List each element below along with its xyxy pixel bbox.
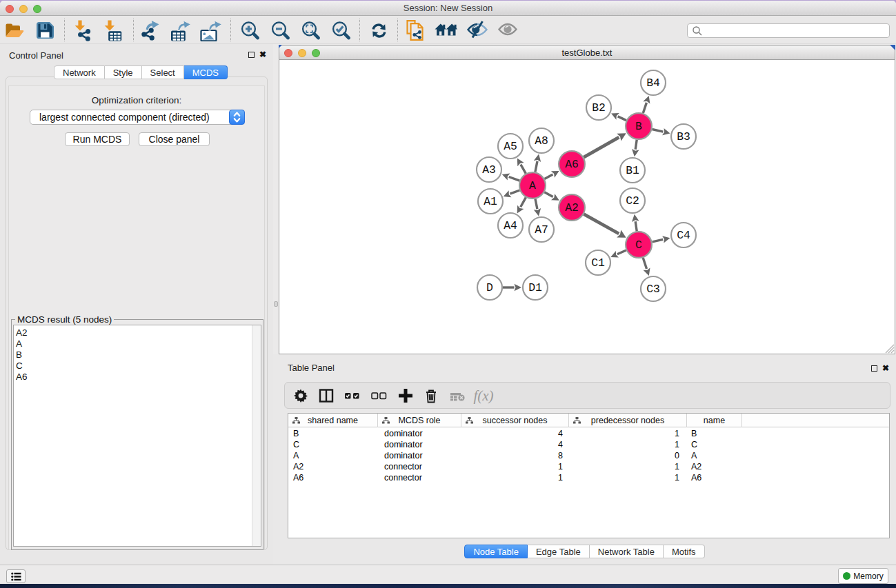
svg-text:B3: B3 bbox=[677, 130, 690, 143]
svg-text:B1: B1 bbox=[626, 164, 639, 177]
svg-text:A7: A7 bbox=[535, 223, 548, 236]
svg-text:C3: C3 bbox=[646, 283, 660, 296]
svg-text:C1: C1 bbox=[591, 256, 605, 270]
svg-text:A5: A5 bbox=[504, 140, 517, 153]
svg-text:A2: A2 bbox=[565, 201, 579, 214]
svg-text:A: A bbox=[529, 179, 536, 192]
svg-text:B4: B4 bbox=[646, 77, 660, 90]
svg-text:A1: A1 bbox=[484, 195, 497, 208]
svg-text:D1: D1 bbox=[528, 281, 542, 294]
svg-text:A6: A6 bbox=[565, 158, 579, 171]
svg-text:C2: C2 bbox=[626, 194, 639, 207]
svg-text:B: B bbox=[635, 120, 642, 133]
svg-text:C: C bbox=[635, 239, 642, 252]
svg-text:D: D bbox=[486, 281, 493, 294]
svg-text:A8: A8 bbox=[535, 134, 548, 148]
svg-text:A4: A4 bbox=[504, 219, 517, 232]
svg-text:B2: B2 bbox=[592, 101, 606, 114]
svg-text:A3: A3 bbox=[482, 163, 496, 176]
svg-text:C4: C4 bbox=[677, 229, 690, 242]
